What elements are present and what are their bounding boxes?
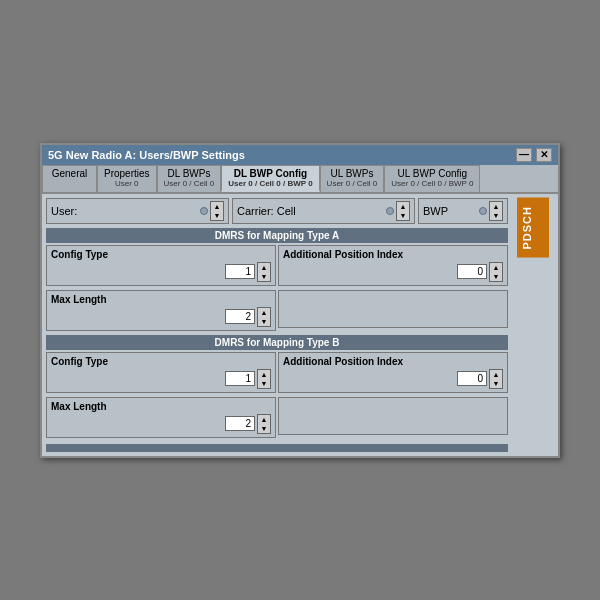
dmrs-a-config-type-field: Config Type 1 ▲ ▼	[46, 245, 276, 286]
bwp-spin-up[interactable]: ▲	[490, 202, 502, 211]
dmrs-b-max-length-value: 2	[225, 416, 255, 431]
dmrs-b-header: DMRS for Mapping Type B	[46, 335, 508, 350]
dmrs-b-empty-field	[278, 397, 508, 435]
dmrs-a-additional-pos-value: 0	[457, 264, 487, 279]
side-panel: PDSCH	[512, 198, 554, 452]
dmrs-b-row1: Config Type 1 ▲ ▼ Additional Position In…	[46, 352, 508, 395]
dmrs-a-max-length-down[interactable]: ▼	[258, 317, 270, 326]
bwp-spin-down[interactable]: ▼	[490, 211, 502, 220]
dmrs-a-max-length-value-row: 2 ▲ ▼	[51, 307, 271, 327]
dmrs-b-max-length-col: Max Length 2 ▲ ▼	[46, 397, 276, 440]
dmrs-b-max-length-field: Max Length 2 ▲ ▼	[46, 397, 276, 438]
dmrs-a-row2: Max Length 2 ▲ ▼	[46, 290, 508, 333]
close-button[interactable]: ✕	[536, 148, 552, 162]
main-window: 5G New Radio A: Users/BWP Settings — ✕ G…	[40, 143, 560, 458]
dmrs-b-additional-pos-label: Additional Position Index	[283, 356, 503, 367]
carrier-field: Carrier: Cell ▲ ▼	[232, 198, 415, 224]
dmrs-b-max-length-down[interactable]: ▼	[258, 424, 270, 433]
carrier-label: Carrier: Cell	[237, 205, 296, 217]
dmrs-b-additional-pos-col: Additional Position Index 0 ▲ ▼	[278, 352, 508, 395]
user-spin-down[interactable]: ▼	[211, 211, 223, 220]
dmrs-b-config-type-field: Config Type 1 ▲ ▼	[46, 352, 276, 393]
dmrs-b-max-length-label: Max Length	[51, 401, 271, 412]
title-bar: 5G New Radio A: Users/BWP Settings — ✕	[42, 145, 558, 165]
dmrs-b-config-type-value-row: 1 ▲ ▼	[51, 369, 271, 389]
carrier-spin-down[interactable]: ▼	[397, 211, 409, 220]
dmrs-b-additional-pos-down[interactable]: ▼	[490, 379, 502, 388]
dmrs-b-config-type-up[interactable]: ▲	[258, 370, 270, 379]
bwp-field: BWP ▲ ▼	[418, 198, 508, 224]
dmrs-a-config-type-label: Config Type	[51, 249, 271, 260]
dmrs-b-additional-pos-value: 0	[457, 371, 487, 386]
dmrs-a-config-type-col: Config Type 1 ▲ ▼	[46, 245, 276, 288]
user-spin-up[interactable]: ▲	[211, 202, 223, 211]
dmrs-b-config-type-label: Config Type	[51, 356, 271, 367]
window-title: 5G New Radio A: Users/BWP Settings	[48, 149, 245, 161]
dmrs-a-max-length-field: Max Length 2 ▲ ▼	[46, 290, 276, 331]
dmrs-a-row1: Config Type 1 ▲ ▼ Additional Position In…	[46, 245, 508, 288]
dmrs-b-config-type-col: Config Type 1 ▲ ▼	[46, 352, 276, 395]
dmrs-b-max-length-value-row: 2 ▲ ▼	[51, 414, 271, 434]
content-area: User: ▲ ▼ Carrier: Cell ▲	[42, 194, 558, 456]
dmrs-a-config-type-value-row: 1 ▲ ▼	[51, 262, 271, 282]
indicator-dot-bwp	[479, 207, 487, 215]
dmrs-a-additional-pos-label: Additional Position Index	[283, 249, 503, 260]
user-carrier-row: User: ▲ ▼ Carrier: Cell ▲	[46, 198, 508, 224]
tab-dl-bwp-config[interactable]: DL BWP Config User 0 / Cell 0 / BWP 0	[221, 165, 319, 192]
bwp-label: BWP	[423, 205, 448, 217]
dmrs-a-header: DMRS for Mapping Type A	[46, 228, 508, 243]
indicator-dot-carrier	[386, 207, 394, 215]
indicator-dot-user	[200, 207, 208, 215]
dmrs-a-additional-pos-down[interactable]: ▼	[490, 272, 502, 281]
dmrs-b-empty-col	[278, 397, 508, 440]
dmrs-a-empty-field	[278, 290, 508, 328]
dmrs-b-additional-pos-field: Additional Position Index 0 ▲ ▼	[278, 352, 508, 393]
dmrs-b-config-type-value: 1	[225, 371, 255, 386]
pdsch-button[interactable]: PDSCH	[517, 198, 549, 258]
tab-dl-bwps[interactable]: DL BWPs User 0 / Cell 0	[157, 165, 222, 192]
user-field: User: ▲ ▼	[46, 198, 229, 224]
dmrs-a-additional-pos-value-row: 0 ▲ ▼	[283, 262, 503, 282]
dmrs-a-max-length-value: 2	[225, 309, 255, 324]
dmrs-a-config-type-down[interactable]: ▼	[258, 272, 270, 281]
dmrs-a-config-type-up[interactable]: ▲	[258, 263, 270, 272]
dmrs-a-additional-pos-field: Additional Position Index 0 ▲ ▼	[278, 245, 508, 286]
dmrs-a-empty-col	[278, 290, 508, 333]
dmrs-a-additional-pos-col: Additional Position Index 0 ▲ ▼	[278, 245, 508, 288]
title-bar-buttons: — ✕	[516, 148, 552, 162]
dmrs-b-additional-pos-up[interactable]: ▲	[490, 370, 502, 379]
dmrs-a-additional-pos-up[interactable]: ▲	[490, 263, 502, 272]
tab-properties[interactable]: Properties User 0	[97, 165, 157, 192]
dmrs-b-max-length-up[interactable]: ▲	[258, 415, 270, 424]
main-panel: User: ▲ ▼ Carrier: Cell ▲	[46, 198, 508, 452]
tab-general[interactable]: General	[42, 165, 97, 192]
dmrs-b-config-type-down[interactable]: ▼	[258, 379, 270, 388]
minimize-button[interactable]: —	[516, 148, 532, 162]
dmrs-b-row2: Max Length 2 ▲ ▼	[46, 397, 508, 440]
dmrs-a-max-length-col: Max Length 2 ▲ ▼	[46, 290, 276, 333]
carrier-spin-up[interactable]: ▲	[397, 202, 409, 211]
dmrs-a-max-length-up[interactable]: ▲	[258, 308, 270, 317]
dmrs-a-config-type-value: 1	[225, 264, 255, 279]
dmrs-a-max-length-label: Max Length	[51, 294, 271, 305]
bottom-bar	[46, 444, 508, 452]
dmrs-b-additional-pos-value-row: 0 ▲ ▼	[283, 369, 503, 389]
tab-ul-bwps[interactable]: UL BWPs User 0 / Cell 0	[320, 165, 385, 192]
tabs-row: General Properties User 0 DL BWPs User 0…	[42, 165, 558, 194]
tab-ul-bwp-config[interactable]: UL BWP Config User 0 / Cell 0 / BWP 0	[384, 165, 480, 192]
user-label: User:	[51, 205, 77, 217]
